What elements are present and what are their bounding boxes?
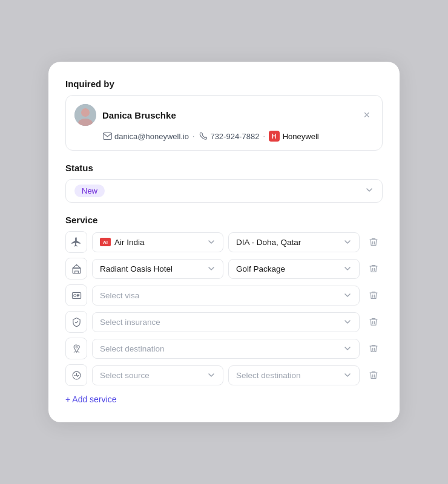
delete-transfer-button[interactable] bbox=[364, 366, 383, 384]
svg-point-1 bbox=[81, 108, 90, 117]
dot-separator-2: · bbox=[263, 132, 265, 140]
destination-type-icon bbox=[65, 338, 87, 359]
delete-flight-button[interactable] bbox=[364, 233, 383, 251]
phone-icon bbox=[198, 131, 208, 141]
service-label: Service bbox=[65, 215, 383, 225]
insurance-type-icon bbox=[65, 311, 87, 333]
company-icon: H bbox=[269, 131, 280, 142]
service-row-destination: Select destination bbox=[65, 338, 383, 359]
destination-inner-flight: DIA - Doha, Qatar bbox=[236, 238, 343, 247]
visa-placeholder: Select visa bbox=[100, 291, 139, 300]
phone-detail: 732-924-7882 bbox=[198, 131, 259, 141]
inquired-by-box: Danica Bruschke × danica@honeywell.io · bbox=[65, 95, 383, 151]
inquired-name-row: Danica Bruschke bbox=[74, 104, 176, 126]
package-select[interactable]: Golf Package bbox=[228, 259, 360, 279]
insurance-select[interactable]: Select insurance bbox=[92, 312, 360, 332]
visa-inner: Select visa bbox=[100, 291, 343, 300]
company-name: Honeywell bbox=[283, 132, 319, 141]
service-row-transfer: Select source Select destination bbox=[65, 364, 383, 386]
svg-rect-4 bbox=[73, 268, 81, 273]
source-select[interactable]: Select source bbox=[92, 365, 223, 385]
airline-select[interactable]: AI Air India bbox=[92, 232, 223, 252]
delete-hotel-button[interactable] bbox=[364, 260, 383, 278]
airline-select-inner: AI Air India bbox=[100, 238, 207, 247]
hotel-value: Radiant Oasis Hotel bbox=[100, 264, 173, 273]
contact-name: Danica Bruschke bbox=[102, 110, 176, 120]
delete-insurance-button[interactable] bbox=[364, 313, 383, 331]
hotel-type-icon bbox=[65, 258, 87, 280]
dot-separator-1: · bbox=[193, 132, 194, 140]
service-row-hotel: Radiant Oasis Hotel Golf Package bbox=[65, 258, 383, 280]
delete-visa-button[interactable] bbox=[364, 286, 383, 304]
avatar bbox=[74, 104, 96, 126]
status-badge: New bbox=[74, 185, 105, 197]
svg-point-6 bbox=[73, 294, 76, 296]
visa-select[interactable]: Select visa bbox=[92, 286, 360, 306]
destination-select-transfer[interactable]: Select destination bbox=[228, 365, 360, 385]
email-detail: danica@honeywell.io bbox=[102, 131, 189, 141]
insurance-placeholder: Select insurance bbox=[100, 318, 160, 327]
add-service-button[interactable]: + Add service bbox=[65, 391, 116, 408]
svg-point-7 bbox=[76, 346, 77, 348]
close-contact-button[interactable]: × bbox=[361, 108, 372, 122]
status-section: Status New bbox=[65, 163, 383, 203]
package-value: Golf Package bbox=[236, 264, 285, 273]
flight-type-icon bbox=[65, 231, 87, 253]
airline-flag-icon: AI bbox=[100, 238, 111, 246]
source-inner: Select source bbox=[100, 371, 207, 380]
phone-value: 732-924-7882 bbox=[210, 132, 259, 141]
inquired-header: Danica Bruschke × bbox=[74, 104, 372, 126]
insurance-inner: Select insurance bbox=[100, 318, 343, 327]
airline-value: Air India bbox=[114, 238, 145, 247]
status-label: Status bbox=[65, 163, 383, 173]
email-icon bbox=[102, 131, 112, 141]
destination-transfer-placeholder: Select destination bbox=[236, 371, 301, 380]
source-placeholder: Select source bbox=[100, 371, 150, 380]
delete-destination-button[interactable] bbox=[364, 339, 383, 358]
destination-only-inner: Select destination bbox=[100, 344, 343, 353]
destination-select-flight[interactable]: DIA - Doha, Qatar bbox=[228, 232, 360, 252]
contact-details: danica@honeywell.io · 732-924-7882 · H H… bbox=[102, 131, 372, 142]
destination-only-placeholder: Select destination bbox=[100, 344, 165, 353]
email-value: danica@honeywell.io bbox=[114, 132, 189, 141]
destination-value-flight: DIA - Doha, Qatar bbox=[236, 238, 301, 247]
company-badge: H Honeywell bbox=[269, 131, 319, 142]
destination-select-only[interactable]: Select destination bbox=[92, 339, 360, 359]
hotel-select[interactable]: Radiant Oasis Hotel bbox=[92, 259, 223, 279]
status-dropdown[interactable]: New bbox=[65, 179, 383, 203]
transfer-type-icon bbox=[65, 364, 87, 386]
service-row-flight: AI Air India DIA - Doha, Qatar bbox=[65, 231, 383, 253]
destination-transfer-inner: Select destination bbox=[236, 371, 343, 380]
service-row-insurance: Select insurance bbox=[65, 311, 383, 333]
inquired-by-label: Inquired by bbox=[65, 79, 383, 89]
hotel-select-inner: Radiant Oasis Hotel bbox=[100, 264, 207, 273]
inquiry-card: Inquired by Danica Bruschke × bbox=[48, 62, 400, 422]
service-section: Service AI Air India DIA - Doha, Qatar bbox=[65, 215, 383, 408]
visa-type-icon bbox=[65, 284, 87, 306]
service-row-visa: Select visa bbox=[65, 284, 383, 306]
status-chevron-icon bbox=[365, 186, 374, 196]
package-inner: Golf Package bbox=[236, 264, 343, 273]
